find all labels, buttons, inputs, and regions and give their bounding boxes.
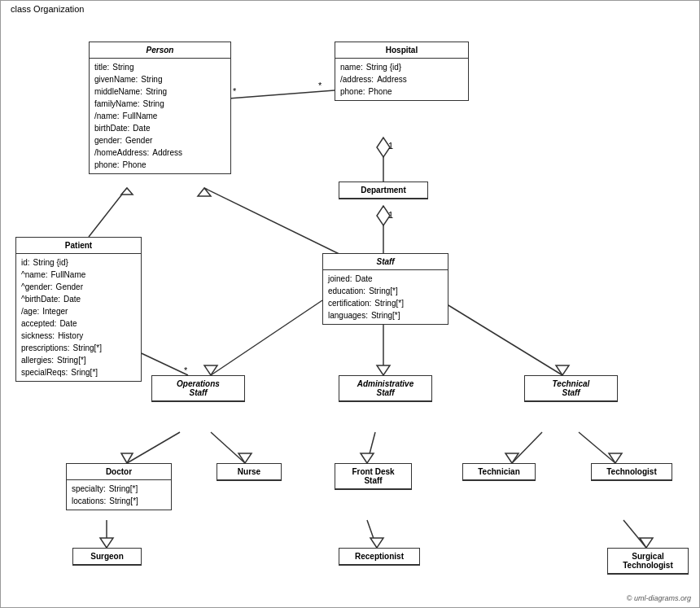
person-class: Person title:String givenName:String mid… xyxy=(89,42,231,174)
svg-marker-29 xyxy=(361,453,374,463)
svg-text:1: 1 xyxy=(388,141,393,151)
doctor-class-name: Doctor xyxy=(67,464,171,480)
svg-line-18 xyxy=(211,300,322,375)
svg-text:*: * xyxy=(233,86,237,96)
operations-staff-name: OperationsStaff xyxy=(152,376,244,401)
patient-class-attrs: id:String {id} ^name:FullName ^gender:Ge… xyxy=(16,254,141,381)
surgical-technologist-class: SurgicalTechnologist xyxy=(607,548,689,575)
doctor-class: Doctor specialty:String[*] locations:Str… xyxy=(66,463,172,510)
nurse-class-name: Nurse xyxy=(217,464,281,480)
svg-marker-19 xyxy=(204,365,217,375)
administrative-staff-name: AdministrativeStaff xyxy=(339,376,431,401)
administrative-staff-class: AdministrativeStaff xyxy=(339,375,432,402)
svg-line-22 xyxy=(440,300,562,375)
svg-marker-25 xyxy=(121,453,133,463)
svg-marker-14 xyxy=(198,188,211,196)
receptionist-class-name: Receptionist xyxy=(339,549,419,565)
technical-staff-class: TechnicalStaff xyxy=(524,375,618,402)
technician-class: Technician xyxy=(462,463,536,481)
patient-class-name: Patient xyxy=(16,238,141,254)
person-class-attrs: title:String givenName:String middleName… xyxy=(90,59,230,173)
svg-marker-31 xyxy=(505,453,518,463)
svg-line-26 xyxy=(211,432,245,463)
surgeon-class-name: Surgeon xyxy=(73,549,141,565)
svg-line-38 xyxy=(623,520,646,548)
doctor-class-attrs: specialty:String[*] locations:String[*] xyxy=(67,480,171,510)
receptionist-class: Receptionist xyxy=(339,548,420,566)
nurse-class: Nurse xyxy=(217,463,282,481)
staff-class-name: Staff xyxy=(323,254,448,270)
svg-line-30 xyxy=(512,432,542,463)
surgeon-class: Surgeon xyxy=(72,548,142,566)
diagram-title: class Organization xyxy=(7,4,88,14)
svg-line-36 xyxy=(367,520,377,548)
svg-line-32 xyxy=(579,432,615,463)
technologist-class-name: Technologist xyxy=(592,464,672,480)
svg-marker-35 xyxy=(100,538,113,548)
svg-text:*: * xyxy=(318,81,322,90)
svg-line-11 xyxy=(89,188,127,237)
svg-marker-8 xyxy=(377,206,390,225)
svg-marker-21 xyxy=(377,365,390,375)
svg-marker-23 xyxy=(556,365,569,375)
svg-text:*: * xyxy=(184,365,188,375)
hospital-class-name: Hospital xyxy=(335,42,468,59)
hospital-class: Hospital name:String {id} /address:Addre… xyxy=(335,42,469,101)
person-class-name: Person xyxy=(90,42,230,59)
svg-marker-39 xyxy=(640,538,653,548)
svg-marker-33 xyxy=(609,453,622,463)
surgical-technologist-name: SurgicalTechnologist xyxy=(608,549,688,574)
svg-marker-37 xyxy=(370,538,383,548)
technician-class-name: Technician xyxy=(463,464,535,480)
copyright: © uml-diagrams.org xyxy=(627,594,691,602)
patient-class: Patient id:String {id} ^name:FullName ^g… xyxy=(15,237,142,382)
svg-line-28 xyxy=(367,432,375,463)
front-desk-staff-class: Front DeskStaff xyxy=(335,463,412,490)
svg-marker-12 xyxy=(121,188,133,195)
svg-line-24 xyxy=(127,432,180,463)
diagram-container: class Organization * * 1 * 1 * * * xyxy=(0,0,700,608)
department-class-name: Department xyxy=(339,182,427,199)
svg-text:1: 1 xyxy=(388,210,393,220)
staff-class-attrs: joined:Date education:String[*] certific… xyxy=(323,270,448,324)
svg-marker-4 xyxy=(377,138,390,157)
technical-staff-name: TechnicalStaff xyxy=(525,376,617,401)
svg-line-0 xyxy=(229,90,335,98)
operations-staff-class: OperationsStaff xyxy=(151,375,245,402)
technologist-class: Technologist xyxy=(591,463,672,481)
svg-line-13 xyxy=(204,188,351,260)
department-class: Department xyxy=(339,182,428,199)
svg-marker-27 xyxy=(238,453,252,463)
front-desk-staff-name: Front DeskStaff xyxy=(335,464,411,489)
staff-class: Staff joined:Date education:String[*] ce… xyxy=(322,253,448,325)
hospital-class-attrs: name:String {id} /address:Address phone:… xyxy=(335,59,468,100)
